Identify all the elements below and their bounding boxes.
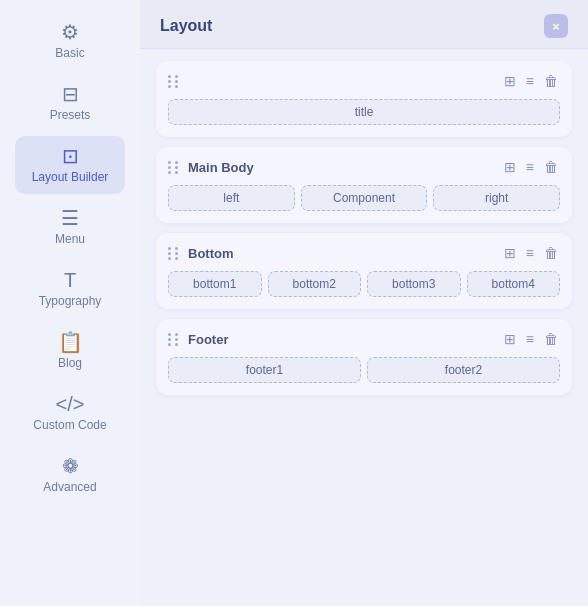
sidebar-item-label-menu: Menu [55,232,85,246]
slot-bottom2[interactable]: bottom2 [268,271,362,297]
sidebar-item-label-presets: Presets [50,108,91,122]
sidebar-item-label-blog: Blog [58,356,82,370]
section-card-footer-section: Footer⊞≡🗑footer1footer2 [156,319,572,395]
sidebar: ⚙Basic⊟Presets⊡Layout Builder☰MenuTTypog… [0,0,140,606]
columns-icon[interactable]: ⊞ [502,329,518,349]
slot-bottom4[interactable]: bottom4 [467,271,561,297]
sidebar-item-label-advanced: Advanced [43,480,96,494]
section-card-title-section: ⊞≡🗑title [156,61,572,137]
section-header-title-section: ⊞≡🗑 [168,71,560,91]
sidebar-item-custom-code[interactable]: </>Custom Code [15,384,125,442]
section-header-left-title-section [168,75,180,88]
slots-row-footer-section: footer1footer2 [168,357,560,383]
slot-footer1[interactable]: footer1 [168,357,361,383]
section-name-footer-section: Footer [188,332,228,347]
delete-icon[interactable]: 🗑 [542,329,560,349]
settings-icon[interactable]: ≡ [524,157,536,177]
menu-icon: ☰ [61,208,79,228]
basic-icon: ⚙ [61,22,79,42]
section-actions-bottom-section: ⊞≡🗑 [502,243,560,263]
drag-handle-main-body-section[interactable] [168,161,180,174]
panel-header: Layout × [140,0,588,49]
section-name-main-body-section: Main Body [188,160,254,175]
typography-icon: T [64,270,76,290]
layout-builder-icon: ⊡ [62,146,79,166]
settings-icon[interactable]: ≡ [524,329,536,349]
section-card-main-body-section: Main Body⊞≡🗑leftComponentright [156,147,572,223]
delete-icon[interactable]: 🗑 [542,71,560,91]
slots-row-bottom-section: bottom1bottom2bottom3bottom4 [168,271,560,297]
slot-footer2[interactable]: footer2 [367,357,560,383]
section-header-footer-section: Footer⊞≡🗑 [168,329,560,349]
presets-icon: ⊟ [62,84,79,104]
panel-close-button[interactable]: × [544,14,568,38]
section-actions-main-body-section: ⊞≡🗑 [502,157,560,177]
drag-handle-bottom-section[interactable] [168,247,180,260]
sidebar-item-label-layout-builder: Layout Builder [32,170,109,184]
slot-bottom3[interactable]: bottom3 [367,271,461,297]
slot-bottom1[interactable]: bottom1 [168,271,262,297]
section-header-left-main-body-section: Main Body [168,160,254,175]
drag-handle-title-section[interactable] [168,75,180,88]
sidebar-item-label-typography: Typography [39,294,102,308]
sidebar-item-label-basic: Basic [55,46,84,60]
main-panel: Layout × ⊞≡🗑titleMain Body⊞≡🗑leftCompone… [140,0,588,606]
slot-title[interactable]: title [168,99,560,125]
section-header-bottom-section: Bottom⊞≡🗑 [168,243,560,263]
slot-right[interactable]: right [433,185,560,211]
sidebar-item-basic[interactable]: ⚙Basic [15,12,125,70]
delete-icon[interactable]: 🗑 [542,243,560,263]
advanced-icon: ❁ [62,456,79,476]
slot-Component[interactable]: Component [301,185,428,211]
columns-icon[interactable]: ⊞ [502,71,518,91]
slot-left[interactable]: left [168,185,295,211]
sidebar-item-label-custom-code: Custom Code [33,418,106,432]
sidebar-item-menu[interactable]: ☰Menu [15,198,125,256]
columns-icon[interactable]: ⊞ [502,243,518,263]
sidebar-item-presets[interactable]: ⊟Presets [15,74,125,132]
columns-icon[interactable]: ⊞ [502,157,518,177]
sidebar-item-advanced[interactable]: ❁Advanced [15,446,125,504]
settings-icon[interactable]: ≡ [524,243,536,263]
sidebar-item-layout-builder[interactable]: ⊡Layout Builder [15,136,125,194]
slots-row-main-body-section: leftComponentright [168,185,560,211]
section-header-left-footer-section: Footer [168,332,228,347]
section-header-main-body-section: Main Body⊞≡🗑 [168,157,560,177]
section-card-bottom-section: Bottom⊞≡🗑bottom1bottom2bottom3bottom4 [156,233,572,309]
sections-container: ⊞≡🗑titleMain Body⊞≡🗑leftComponentrightBo… [140,49,588,606]
drag-handle-footer-section[interactable] [168,333,180,346]
blog-icon: 📋 [58,332,83,352]
section-actions-footer-section: ⊞≡🗑 [502,329,560,349]
section-actions-title-section: ⊞≡🗑 [502,71,560,91]
sidebar-item-blog[interactable]: 📋Blog [15,322,125,380]
section-name-bottom-section: Bottom [188,246,234,261]
sidebar-item-typography[interactable]: TTypography [15,260,125,318]
slots-row-title-section: title [168,99,560,125]
settings-icon[interactable]: ≡ [524,71,536,91]
panel-title: Layout [160,17,212,35]
custom-code-icon: </> [56,394,85,414]
delete-icon[interactable]: 🗑 [542,157,560,177]
section-header-left-bottom-section: Bottom [168,246,234,261]
